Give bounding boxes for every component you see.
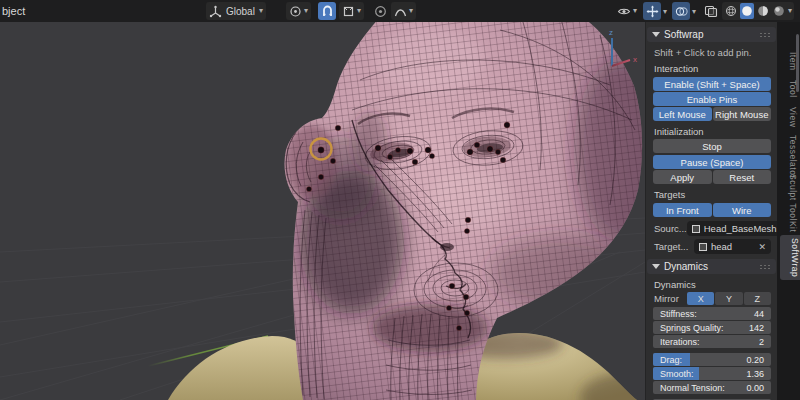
overlays-icon <box>675 5 688 18</box>
mesh-data-icon <box>692 225 700 233</box>
tab-sculpt-toolkit[interactable]: Sculpt ToolKit <box>779 174 798 232</box>
slider-smooth[interactable]: Smooth:1.36 <box>653 367 771 380</box>
mirror-y-button[interactable]: Y <box>715 292 742 305</box>
mirror-x-button[interactable]: X <box>687 292 714 305</box>
snap-toggle-button[interactable] <box>318 2 336 20</box>
overlays-toggle[interactable] <box>672 2 690 20</box>
stop-button[interactable]: Stop <box>653 139 771 153</box>
dynamics-section-label: Dynamics <box>654 279 770 290</box>
panel-grip-icon[interactable] <box>759 264 771 270</box>
axis-x-label: x <box>633 55 637 64</box>
slider-stiffness[interactable]: Stiffness:44 <box>653 307 771 320</box>
chevron-down-icon: ▾ <box>259 7 263 15</box>
wireframe-sphere-icon <box>725 5 737 17</box>
tab-item[interactable]: Item <box>779 52 798 71</box>
mirror-label: Mirror <box>654 293 687 304</box>
slider-iterations[interactable]: Iterations:2 <box>653 335 771 348</box>
interaction-section-label: Interaction <box>654 63 770 74</box>
proportional-editing-toggle[interactable] <box>371 2 389 20</box>
left-mouse-button[interactable]: Left Mouse <box>653 107 712 121</box>
target-object-row: Target... head ✕ <box>654 239 771 254</box>
solid-sphere-icon <box>741 5 753 17</box>
slider-springs-quality[interactable]: Springs Quality:142 <box>653 321 771 334</box>
panel-grip-icon[interactable] <box>759 32 771 38</box>
viewport-header: bject Global ▾ ▾ ▾ <box>0 0 800 22</box>
mirror-axis-row: Mirror X Y Z <box>654 292 771 305</box>
pause-button[interactable]: Pause (Space) <box>653 155 771 169</box>
blender-window: { "colors": { "accent_blue": "#4a78b5", … <box>0 0 800 400</box>
softwrap-panel-title: Softwrap <box>664 29 755 40</box>
mirror-z-button[interactable]: Z <box>744 292 771 305</box>
source-label: Sourc... <box>654 223 687 234</box>
initialization-section-label: Initialization <box>654 126 770 137</box>
in-front-button[interactable]: In Front <box>653 203 712 217</box>
sidebar-n-panel: Softwrap Shift + Click to add pin. Inter… <box>645 22 777 400</box>
transform-orientation-dropdown[interactable]: Global ▾ <box>206 2 266 20</box>
falloff-dropdown[interactable]: ▾ <box>391 2 416 20</box>
pivot-point-dropdown[interactable]: ▾ <box>286 2 311 20</box>
disclosure-triangle-icon <box>652 264 660 269</box>
tab-tesselator[interactable]: Tesselator <box>779 135 798 179</box>
snap-settings-dropdown[interactable]: ▾ <box>339 2 364 20</box>
disclosure-triangle-icon <box>652 32 660 37</box>
shading-rendered-button[interactable] <box>772 3 786 19</box>
gizmo-arrows-icon <box>646 5 659 18</box>
apply-button[interactable]: Apply <box>653 170 712 184</box>
chevron-down-icon: ▾ <box>409 7 413 15</box>
tab-tool[interactable]: Tool <box>779 80 798 98</box>
mesh-data-icon <box>699 243 707 251</box>
chevron-down-icon[interactable]: ▾ <box>663 8 667 16</box>
slider-drag[interactable]: Drag:0.20 <box>653 353 771 366</box>
tab-softwrap[interactable]: SoftWrap <box>780 235 800 280</box>
gizmos-toggle[interactable] <box>643 2 661 20</box>
wire-button[interactable]: Wire <box>713 203 772 217</box>
target-object-field[interactable]: head ✕ <box>694 239 771 254</box>
enable-button[interactable]: Enable (Shift + Space) <box>653 77 771 91</box>
shading-wireframe-button[interactable] <box>724 3 738 19</box>
enable-pins-button[interactable]: Enable Pins <box>653 92 771 106</box>
source-object-name: Head_BaseMesh <box>704 223 777 234</box>
orientation-axes-icon <box>209 5 222 18</box>
eye-icon <box>617 5 631 18</box>
softwrap-panel-header[interactable]: Softwrap <box>647 27 776 42</box>
sidebar-tab-strip: Item Tool View Tesselator Sculpt ToolKit… <box>777 22 800 400</box>
rendered-sphere-icon <box>773 5 785 17</box>
xray-toggle[interactable] <box>702 2 720 20</box>
visibility-dropdown[interactable]: ▾ <box>614 2 640 20</box>
xray-icon <box>704 5 718 18</box>
source-object-field[interactable]: Head_BaseMesh ✕ <box>687 221 777 236</box>
chevron-down-icon: ▾ <box>633 7 637 15</box>
slider-normal-tension[interactable]: Normal Tension:0.00 <box>653 381 771 394</box>
proportional-editing-icon <box>374 5 387 18</box>
orientation-label: Global <box>224 6 257 17</box>
right-mouse-button[interactable]: Right Mouse <box>713 107 772 121</box>
dynamics-panel-header[interactable]: Dynamics <box>647 259 776 274</box>
viewport-3d[interactable]: z x <box>0 0 645 400</box>
target-label: Target... <box>654 241 694 252</box>
pivot-point-icon <box>289 5 302 18</box>
dynamics-panel-title: Dynamics <box>664 261 755 272</box>
chevron-down-icon: ▾ <box>357 7 361 15</box>
shading-material-button[interactable] <box>756 3 770 19</box>
shading-mode-switch: ▾ <box>722 2 794 20</box>
targets-section-label: Targets <box>654 189 770 200</box>
reset-button[interactable]: Reset <box>713 170 772 184</box>
shading-solid-button[interactable] <box>740 3 754 19</box>
clear-icon[interactable]: ✕ <box>758 242 766 252</box>
chevron-down-icon[interactable]: ▾ <box>788 7 792 15</box>
axis-z-label: z <box>609 28 613 37</box>
pin-hint-text: Shift + Click to add pin. <box>654 47 770 58</box>
material-sphere-icon <box>757 5 769 17</box>
tab-view[interactable]: View <box>779 107 798 127</box>
target-object-name: head <box>711 241 754 252</box>
chevron-down-icon: ▾ <box>304 7 308 15</box>
snap-cube-icon <box>342 5 355 18</box>
smooth-falloff-icon <box>394 5 407 18</box>
mode-text-fragment[interactable]: bject <box>2 5 25 17</box>
magnet-icon <box>321 5 334 18</box>
source-object-row: Sourc... Head_BaseMesh ✕ <box>654 221 771 236</box>
chevron-down-icon[interactable]: ▾ <box>692 8 696 16</box>
